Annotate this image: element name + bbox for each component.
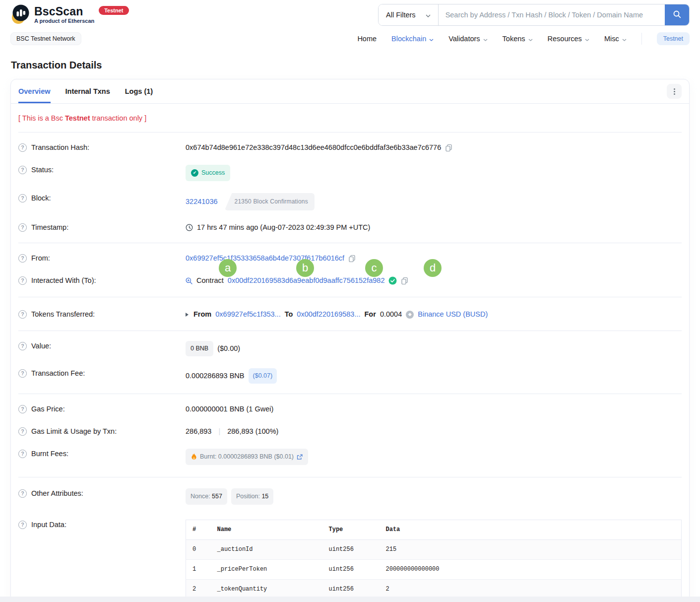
brand-tagline: A product of Etherscan xyxy=(34,18,94,24)
transfer-to-address-link[interactable]: 0x00df220169583... xyxy=(297,309,360,320)
copy-icon[interactable] xyxy=(348,255,356,263)
transaction-fee-label: Transaction Fee: xyxy=(31,368,85,379)
bscscan-logo-icon xyxy=(10,4,30,25)
chevron-down-icon xyxy=(622,35,627,43)
help-icon[interactable]: ? xyxy=(18,369,27,378)
nav-item-blockchain[interactable]: Blockchain xyxy=(391,35,434,43)
bscscan-logo[interactable]: BscScan A product of Etherscan xyxy=(10,4,94,25)
expand-caret-icon[interactable] xyxy=(186,313,189,317)
from-label: From: xyxy=(31,253,50,264)
gas-limit-label: Gas Limit & Usage by Txn: xyxy=(31,426,117,437)
help-icon[interactable]: ? xyxy=(18,310,27,319)
status-label: Status: xyxy=(31,165,54,175)
page-footer-strip xyxy=(0,597,700,602)
help-icon[interactable]: ? xyxy=(18,194,27,202)
nav-item-validators[interactable]: Validators xyxy=(448,35,487,43)
timestamp-value: 17 hrs 47 mins ago (Aug-07-2023 02:49:39… xyxy=(197,222,370,233)
busd-token-icon: ◆ xyxy=(406,311,414,319)
section-divider xyxy=(18,132,682,133)
nav-item-misc[interactable]: Misc xyxy=(604,35,627,43)
help-icon[interactable]: ? xyxy=(18,254,27,263)
search-bar: All Filters xyxy=(378,4,690,26)
external-link-icon[interactable] xyxy=(297,454,303,460)
row-transaction-hash: ? Transaction Hash: 0x674b74d8e961e72e33… xyxy=(18,136,682,159)
value-label: Value: xyxy=(31,341,51,351)
help-icon[interactable]: ? xyxy=(18,427,27,436)
annotation-marker-c: c xyxy=(365,259,383,277)
input-data-label: Input Data: xyxy=(31,520,66,530)
search-input[interactable] xyxy=(439,4,665,25)
help-icon[interactable]: ? xyxy=(18,166,27,174)
contract-magnifier-icon xyxy=(186,277,192,284)
flame-icon xyxy=(191,453,197,461)
search-button[interactable] xyxy=(665,4,689,25)
status-badge: ✔ Success xyxy=(186,165,230,181)
annotation-marker-a: a xyxy=(219,259,237,277)
testnet-network-button[interactable]: Testnet xyxy=(657,32,690,45)
copy-icon[interactable] xyxy=(401,277,408,285)
annotation-marker-b: b xyxy=(296,259,314,277)
tab-logs[interactable]: Logs (1) xyxy=(125,79,153,103)
testnet-badge: Testnet xyxy=(99,6,128,15)
contract-type-label: Contract xyxy=(196,275,224,286)
contract-address-link[interactable]: 0x00df220169583d6a9eabf0d9aaffc756152fa9… xyxy=(228,275,385,286)
position-badge: Position: 15 xyxy=(231,488,273,505)
transfer-from-label: From xyxy=(193,309,211,320)
search-filter-label: All Filters xyxy=(386,11,416,19)
row-burnt-fees: ? Burnt Fees: Burnt: 0.0000286893 BNB ($… xyxy=(18,443,682,471)
section-divider xyxy=(18,297,682,297)
token-name-link[interactable]: Binance USD (BUSD) xyxy=(418,309,488,320)
burnt-fees-label: Burnt Fees: xyxy=(31,449,68,459)
row-status: ? Status: ✔ Success xyxy=(18,159,682,187)
section-divider xyxy=(18,331,682,331)
row-value: ? Value: 0 BNB ($0.00) xyxy=(18,335,682,362)
search-filter-select[interactable]: All Filters xyxy=(379,4,439,25)
help-icon[interactable]: ? xyxy=(18,223,27,232)
row-gas-price: ? Gas Price: 0.000000001 BNB (1 Gwei) xyxy=(18,398,682,420)
nonce-badge: Nonce: 557 xyxy=(186,488,227,505)
transfer-to-label: To xyxy=(285,309,293,320)
gas-usage-value: 286,893 (100%) xyxy=(227,426,278,437)
main-nav: Home Blockchain Validators Tokens Resour… xyxy=(357,32,690,45)
brand-area: BscScan A product of Etherscan Testnet B… xyxy=(10,4,129,45)
help-icon[interactable]: ? xyxy=(18,450,27,458)
row-interacted-with: ? Interacted With (To): Contract 0x00df2… xyxy=(18,269,682,292)
other-attributes-label: Other Attributes: xyxy=(31,488,83,499)
chevron-down-icon xyxy=(528,35,533,43)
chevron-down-icon xyxy=(429,35,434,43)
from-address-link[interactable]: 0x69927ef5c1f35333658a6b4de7307f617b6016… xyxy=(186,253,344,264)
row-timestamp: ? Timestamp: 17 hrs 47 mins ago (Aug-07-… xyxy=(18,216,682,239)
nav-item-home[interactable]: Home xyxy=(357,35,377,43)
tab-bar: Overview Internal Txns Logs (1) xyxy=(18,79,153,103)
section-divider xyxy=(18,394,682,394)
nav-item-tokens[interactable]: Tokens xyxy=(503,35,533,43)
value-usd: ($0.00) xyxy=(217,343,240,354)
copy-icon[interactable] xyxy=(445,144,452,152)
transaction-hash-value: 0x674b74d8e961e72e338c397d48c13d6ee4680d… xyxy=(186,142,441,153)
clock-icon xyxy=(186,224,193,231)
interacted-with-label: Interacted With (To): xyxy=(31,275,96,286)
help-icon[interactable]: ? xyxy=(18,143,27,152)
help-icon[interactable]: ? xyxy=(18,342,27,350)
gas-limit-value: 286,893 xyxy=(186,426,211,437)
row-other-attributes: ? Other Attributes: Nonce: 557 Position:… xyxy=(18,482,682,511)
verified-check-icon xyxy=(388,276,397,285)
tokens-transferred-label: Tokens Transferred: xyxy=(31,309,95,320)
help-icon[interactable]: ? xyxy=(18,521,27,529)
transfer-from-address-link[interactable]: 0x69927ef5c1f353... xyxy=(215,309,280,320)
row-input-data: ? Input Data: # Name Type Data xyxy=(18,514,682,602)
help-icon[interactable]: ? xyxy=(18,276,27,285)
help-icon[interactable]: ? xyxy=(18,489,27,498)
tab-overview[interactable]: Overview xyxy=(18,79,51,103)
gas-price-value: 0.000000001 BNB (1 Gwei) xyxy=(186,404,273,414)
tab-internal-txns[interactable]: Internal Txns xyxy=(65,79,110,103)
transaction-fee-usd-badge: ($0.07) xyxy=(249,368,277,384)
nav-divider xyxy=(641,33,642,45)
help-icon[interactable]: ? xyxy=(18,405,27,413)
more-options-button[interactable] xyxy=(667,84,682,99)
network-selector-button[interactable]: BSC Testnet Network xyxy=(10,32,81,45)
block-number-link[interactable]: 32241036 xyxy=(186,197,218,207)
block-confirmations-badge: 21350 Block Confirmations xyxy=(225,193,315,210)
nav-item-resources[interactable]: Resources xyxy=(548,35,589,43)
transfer-for-label: For xyxy=(365,309,376,320)
